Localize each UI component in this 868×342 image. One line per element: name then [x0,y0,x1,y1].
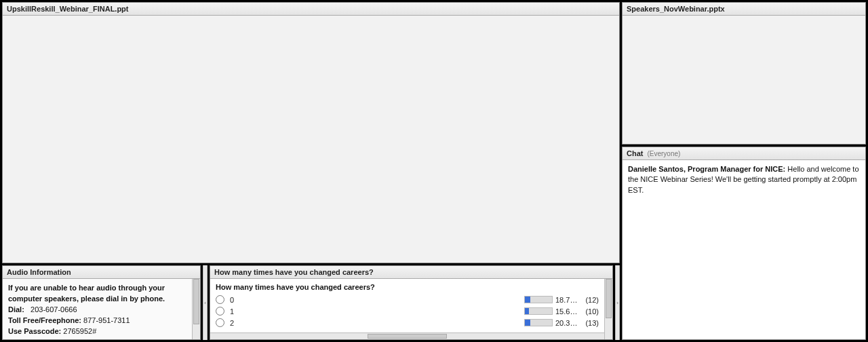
chat-title: Chat [627,149,643,157]
chat-scope: (Everyone) [647,150,680,157]
poll-option-row[interactable]: 2 20.3… (13) [210,317,604,328]
poll-option-count: (10) [578,307,599,316]
poll-bar-fill [525,320,530,326]
poll-radio-1[interactable] [216,307,224,316]
poll-bar-track [524,307,553,315]
audio-toll-number: 877-951-7311 [83,316,130,324]
audio-passcode-label: Use Passcode: [8,327,61,335]
audio-info-title: Audio Information [7,268,71,276]
audio-dial-number: 203-607-0666 [31,305,77,314]
collapse-handle-left[interactable]: ‹ [203,265,208,340]
audio-line-instruction: If you are unable to hear audio through … [8,283,186,305]
poll-title: How many times have you changed careers? [214,268,374,276]
main-slide-title: UpskillReskill_Webinar_FINAL.ppt [7,5,129,13]
speakers-title: Speakers_NovWebinar.pptx [627,5,725,13]
poll-panel: How many times have you changed careers?… [210,265,613,340]
poll-option-pct: 15.6… [553,307,578,316]
audio-info-title-bar[interactable]: Audio Information [3,266,200,279]
poll-option-row[interactable]: 1 15.6… (10) [210,305,604,317]
poll-bar-track [524,296,553,303]
poll-title-bar[interactable]: How many times have you changed careers? [210,266,612,279]
poll-question: How many times have you changed careers? [210,279,604,294]
chat-body[interactable]: Danielle Santos, Program Manager for NIC… [623,160,865,339]
audio-scrollbar[interactable] [192,279,200,339]
poll-h-scrollbar[interactable] [210,332,604,339]
audio-toll-label: Toll Free/Freephone: [8,316,81,324]
poll-options: 0 18.7… (12) 1 [210,294,604,332]
right-column: Speakers_NovWebinar.pptx Chat (Everyone)… [622,2,866,340]
main-slide-title-bar[interactable]: UpskillReskill_Webinar_FINAL.ppt [3,3,619,16]
poll-option-count: (13) [578,319,599,327]
poll-option-label: 2 [230,319,243,327]
audio-dial-label: Dial: [8,305,24,314]
audio-passcode: 2765952# [63,327,96,335]
main-slide-body [3,16,619,263]
poll-option-row[interactable]: 0 18.7… (12) [210,294,604,305]
poll-bar-track [524,319,553,326]
poll-body: How many times have you changed careers?… [210,279,612,339]
audio-scrollbar-thumb[interactable] [193,279,199,324]
poll-option-pct: 18.7… [553,296,578,304]
audio-dial-row: Dial: 203-607-0666 [8,305,186,316]
audio-passcode-row: Use Passcode: 2765952# [8,326,186,337]
speakers-panel: Speakers_NovWebinar.pptx [622,2,866,145]
chat-title-bar[interactable]: Chat (Everyone) [623,147,865,160]
poll-v-scrollbar[interactable] [604,279,612,339]
poll-option-count: (12) [578,296,599,304]
main-slide-panel: UpskillReskill_Webinar_FINAL.ppt [2,2,620,263]
poll-h-scrollbar-thumb[interactable] [368,334,446,339]
collapse-handle-right[interactable]: › [615,265,620,340]
audio-toll-row: Toll Free/Freephone: 877-951-7311 [8,316,186,326]
poll-v-scrollbar-thumb[interactable] [606,279,612,318]
bottom-row: Audio Information If you are unable to h… [2,265,620,340]
poll-option-label: 0 [230,296,243,304]
speakers-title-bar[interactable]: Speakers_NovWebinar.pptx [623,3,865,16]
poll-option-label: 1 [230,307,243,316]
poll-bar-fill [525,297,530,303]
chat-message: Danielle Santos, Program Manager for NIC… [628,164,860,195]
chat-sender: Danielle Santos, Program Manager for NIC… [628,165,785,173]
audio-info-body: If you are unable to hear audio through … [3,279,200,339]
left-column: UpskillReskill_Webinar_FINAL.ppt Audio I… [2,2,620,340]
audio-info-panel: Audio Information If you are unable to h… [2,265,201,340]
app-root: UpskillReskill_Webinar_FINAL.ppt Audio I… [0,0,868,342]
poll-option-pct: 20.3… [553,319,578,327]
audio-info-content: If you are unable to hear audio through … [3,279,192,339]
poll-radio-0[interactable] [216,295,224,304]
poll-radio-2[interactable] [216,318,224,327]
poll-bar-fill [525,308,529,314]
speakers-body [623,16,865,144]
chat-panel: Chat (Everyone) Danielle Santos, Program… [622,147,866,340]
